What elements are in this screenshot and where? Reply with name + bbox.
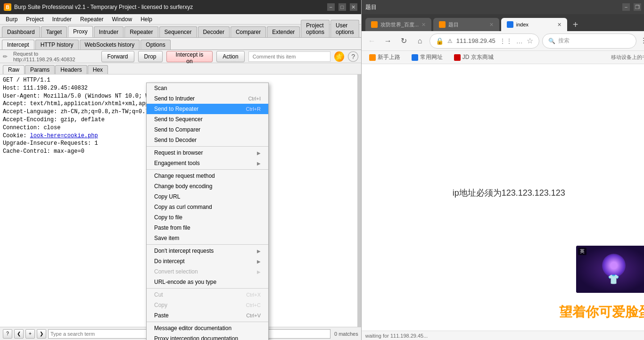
tab-sequencer[interactable]: Sequencer [159, 26, 197, 37]
burp-logo: B [4, 3, 11, 11]
prev-button[interactable]: ❮ [14, 329, 24, 339]
home-button[interactable]: ⌂ [413, 34, 427, 48]
bookmark-changyong[interactable]: 常用网址 [408, 52, 446, 62]
intercept-toggle-button[interactable]: Intercept is on [166, 51, 213, 62]
subtab-http-history[interactable]: HTTP history [35, 40, 79, 50]
ctx-send-sequencer[interactable]: Send to Sequencer [147, 114, 268, 124]
help-bottom-button[interactable]: ? [3, 329, 12, 339]
video-thumbnail[interactable]: 👕 英 [576, 246, 644, 293]
extensions-icon[interactable]: ⋮⋮ [499, 37, 512, 45]
menu-burp[interactable]: Burp [2, 15, 21, 24]
comment-input[interactable] [248, 51, 330, 62]
ctx-convert-selection: Convert selection▶ [147, 266, 268, 277]
ctx-change-method[interactable]: Change request method [147, 171, 268, 181]
browser-menu-button[interactable]: ☰ [639, 34, 644, 48]
browser-tab-bar: 攻防世界_百度... × 题目 × index × + [362, 14, 644, 31]
subtab-intercept[interactable]: Intercept [2, 40, 34, 50]
forward-button[interactable]: Forward [101, 51, 134, 62]
next-button-add[interactable]: + [25, 329, 35, 339]
browser-tab-1[interactable]: 攻防世界_百度... × [365, 18, 431, 31]
ctx-change-encoding[interactable]: Change body encoding [147, 181, 268, 191]
ctx-send-intruder[interactable]: Send to IntruderCtrl+I [147, 93, 268, 104]
browser-minimize[interactable]: − [622, 3, 630, 11]
tab-repeater[interactable]: Repeater [124, 26, 158, 37]
ctx-cut: CutCtrl+X [147, 290, 268, 300]
ctx-copy-url[interactable]: Copy URL [147, 191, 268, 202]
content-tab-params[interactable]: Params [25, 65, 55, 74]
video-badge: 英 [578, 248, 586, 255]
ctx-sep-2 [147, 169, 268, 170]
maximize-button[interactable]: □ [339, 3, 346, 11]
content-tab-raw[interactable]: Raw [3, 65, 25, 74]
minimize-button[interactable]: − [327, 3, 335, 11]
ctx-send-decoder[interactable]: Send to Decoder [147, 135, 268, 145]
tab-target[interactable]: Target [41, 26, 67, 37]
menu-project[interactable]: Project [22, 15, 47, 24]
tab-user-options[interactable]: User options [330, 20, 359, 37]
match-count: 0 matches [334, 331, 358, 337]
tab-close-3[interactable]: × [558, 21, 561, 28]
bookmark-xinshoulv[interactable]: 新手上路 [365, 52, 404, 62]
ctx-engagement-tools[interactable]: Engagement tools▶ [147, 158, 268, 168]
browser-maximize[interactable]: ❐ [634, 3, 641, 11]
content-tab-hex[interactable]: Hex [88, 65, 108, 74]
ctx-send-comparer[interactable]: Send to Comparer [147, 124, 268, 135]
ctx-proxy-interception-doc[interactable]: Proxy interception documentation [147, 333, 268, 340]
ctx-sep-5 [147, 322, 268, 322]
address-bar[interactable]: 🔒 ⚠ 111.198.29.45 ⋮⋮ … ☆ [429, 33, 539, 49]
help-icon[interactable]: ? [348, 51, 358, 62]
tab-proxy[interactable]: Proxy [68, 26, 93, 37]
ctx-request-browser[interactable]: Request in browser▶ [147, 148, 268, 158]
more-bookmarks-label[interactable]: 移动设备上的书签 [611, 54, 644, 61]
request-target-label: Request to http://111.198.29.45:40832 [13, 51, 100, 62]
ctx-dont-intercept[interactable]: Don't intercept requests▶ [147, 246, 268, 256]
ctx-scan[interactable]: Scan [147, 83, 268, 93]
subtab-websockets-history[interactable]: WebSockets history [80, 40, 140, 50]
ctx-paste[interactable]: PasteCtrl+V [147, 310, 268, 321]
content-tab-headers[interactable]: Headers [55, 65, 87, 74]
browser-window-title: 题目 [365, 3, 377, 11]
browser-tab-2[interactable]: 题目 × [433, 18, 499, 31]
content-tabs: Raw Params Headers Hex [0, 63, 361, 75]
menu-help[interactable]: Help [137, 15, 156, 24]
more-options-icon[interactable]: … [516, 37, 523, 45]
tab-extender[interactable]: Extender [267, 26, 300, 37]
next-button[interactable]: ❯ [37, 329, 46, 339]
ctx-copy-file[interactable]: Copy to file [147, 212, 268, 223]
refresh-button[interactable]: ↻ [397, 34, 411, 48]
browser-tab-3[interactable]: index × [501, 18, 567, 31]
ctx-send-repeater[interactable]: Send to RepeaterCtrl+R [147, 104, 268, 114]
tab-project-options[interactable]: Project options [301, 20, 330, 37]
ctx-save-item[interactable]: Save item [147, 233, 268, 243]
ctx-url-encode[interactable]: URL-encode as you type [147, 277, 268, 287]
ctx-do-intercept[interactable]: Do intercept▶ [147, 256, 268, 266]
browser-toolbar: ← → ↻ ⌂ 🔒 ⚠ 111.198.29.45 ⋮⋮ … ☆ 🔍 搜索 ☰ [362, 31, 644, 51]
burp-icon[interactable]: 🌟 [334, 51, 344, 62]
cert-icon: ⚠ [447, 38, 453, 44]
forward-nav-button[interactable]: → [381, 34, 395, 48]
drop-button[interactable]: Drop [138, 51, 163, 62]
action-button[interactable]: Action [216, 51, 244, 62]
ctx-copy-curl[interactable]: Copy as curl command [147, 202, 268, 212]
close-button[interactable]: ✕ [350, 3, 357, 11]
new-tab-button[interactable]: + [569, 18, 582, 31]
subtab-options[interactable]: Options [140, 40, 170, 50]
tab-decoder[interactable]: Decoder [198, 26, 230, 37]
ctx-paste-file[interactable]: Paste from file [147, 223, 268, 233]
cookie-link[interactable]: look-here=cookie.php [30, 133, 98, 139]
tab-intruder[interactable]: Intruder [94, 26, 124, 37]
tab-close-1[interactable]: × [422, 21, 426, 28]
menu-intruder[interactable]: Intruder [49, 15, 75, 24]
tab-dashboard[interactable]: Dashboard [2, 26, 40, 37]
tab-close-2[interactable]: × [490, 21, 494, 28]
bookmark-jd[interactable]: JD 京东商城 [450, 52, 497, 62]
tab-comparer[interactable]: Comparer [231, 26, 266, 37]
back-button[interactable]: ← [365, 34, 379, 48]
menu-repeater[interactable]: Repeater [76, 15, 107, 24]
ctx-msg-editor-doc[interactable]: Message editor documentation [147, 323, 268, 333]
bookmark-favicon-2 [412, 54, 418, 61]
menu-window[interactable]: Window [108, 15, 136, 24]
bookmark-star[interactable]: ☆ [527, 36, 533, 45]
search-bar[interactable]: 🔍 搜索 [542, 33, 636, 49]
tab-title-1: 攻防世界_百度... [380, 21, 419, 28]
